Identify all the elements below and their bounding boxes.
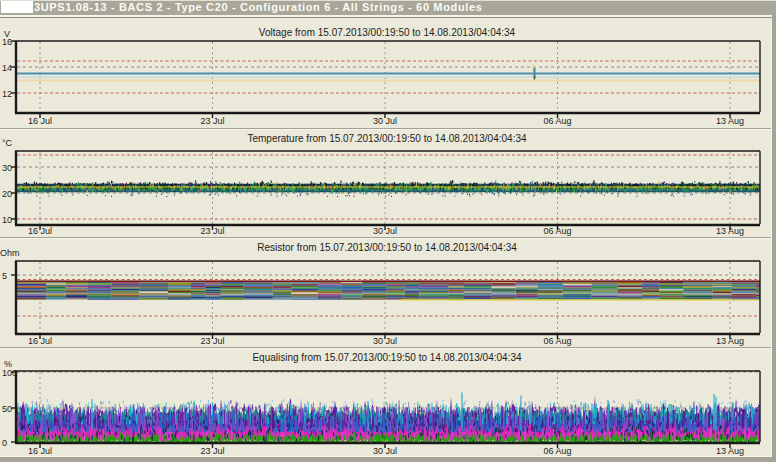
svg-text:16 Jul: 16 Jul bbox=[28, 336, 52, 346]
svg-text:Ohm: Ohm bbox=[0, 248, 20, 258]
svg-text:13 Aug: 13 Aug bbox=[716, 446, 744, 456]
svg-text:Equalising from 15.07.2013/00:: Equalising from 15.07.2013/00:19:50 to 1… bbox=[252, 352, 522, 363]
svg-text:20: 20 bbox=[2, 189, 12, 199]
svg-text:5: 5 bbox=[2, 271, 7, 281]
svg-text:10: 10 bbox=[2, 215, 12, 225]
svg-text:50: 50 bbox=[2, 404, 12, 414]
svg-text:Temperature from 15.07.2013/00: Temperature from 15.07.2013/00:19:50 to … bbox=[247, 133, 527, 144]
svg-text:23 Jul: 23 Jul bbox=[200, 226, 224, 236]
svg-text:06 Aug: 06 Aug bbox=[543, 116, 571, 126]
svg-text:13 Aug: 13 Aug bbox=[716, 336, 744, 346]
svg-text:06 Aug: 06 Aug bbox=[543, 336, 571, 346]
svg-text:14: 14 bbox=[2, 63, 12, 73]
svg-text:100: 100 bbox=[2, 368, 17, 378]
svg-text:30 Jul: 30 Jul bbox=[373, 446, 397, 456]
svg-text:23 Jul: 23 Jul bbox=[200, 116, 224, 126]
svg-text:30: 30 bbox=[2, 163, 12, 173]
svg-text:16 Jul: 16 Jul bbox=[28, 116, 52, 126]
svg-text:06 Aug: 06 Aug bbox=[543, 446, 571, 456]
svg-text:16 Jul: 16 Jul bbox=[28, 226, 52, 236]
svg-text:0: 0 bbox=[2, 438, 7, 448]
svg-text:23 Jul: 23 Jul bbox=[200, 336, 224, 346]
svg-text:30 Jul: 30 Jul bbox=[373, 116, 397, 126]
svg-text:16 Jul: 16 Jul bbox=[28, 446, 52, 456]
svg-text:Voltage from 15.07.2013/00:19:: Voltage from 15.07.2013/00:19:50 to 14.0… bbox=[259, 27, 516, 38]
svg-text:13 Aug: 13 Aug bbox=[716, 226, 744, 236]
svg-text:23 Jul: 23 Jul bbox=[200, 446, 224, 456]
svg-text:12: 12 bbox=[2, 89, 12, 99]
svg-text:30 Jul: 30 Jul bbox=[373, 226, 397, 236]
svg-text:30 Jul: 30 Jul bbox=[373, 336, 397, 346]
svg-text:16: 16 bbox=[2, 37, 12, 47]
svg-text:°C: °C bbox=[2, 138, 13, 148]
svg-text:06 Aug: 06 Aug bbox=[543, 226, 571, 236]
svg-text:Resistor from 15.07.2013/00:19: Resistor from 15.07.2013/00:19:50 to 14.… bbox=[257, 242, 517, 253]
svg-text:13 Aug: 13 Aug bbox=[716, 116, 744, 126]
